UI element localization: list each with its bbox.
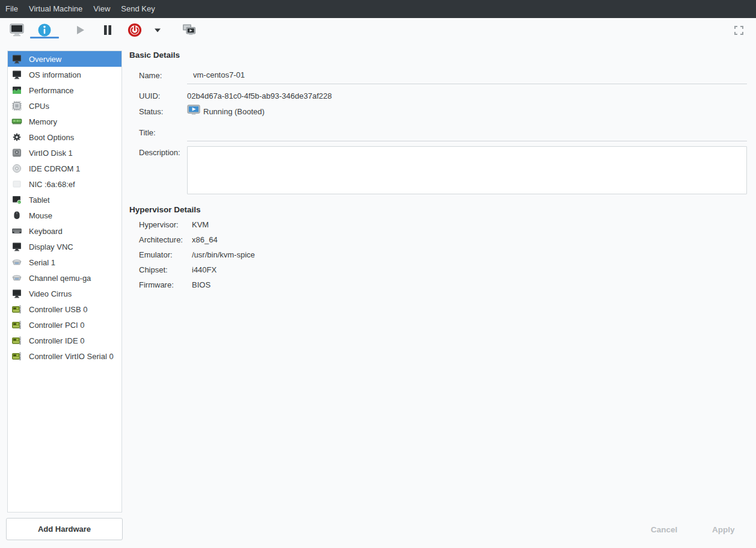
sidebar-item-controller-pci-0[interactable]: Controller PCI 0: [8, 317, 121, 333]
serial-icon: [11, 272, 22, 283]
title-label: Title:: [139, 128, 156, 138]
sidebar-item-controller-virtio-serial-0[interactable]: Controller VirtIO Serial 0: [8, 348, 121, 364]
sidebar-item-nic-6a-68-ef[interactable]: NIC :6a:68:ef: [8, 176, 121, 192]
description-input[interactable]: [187, 146, 747, 194]
sidebar-item-memory[interactable]: Memory: [8, 114, 121, 129]
hypervisor-row-label: Firmware:: [139, 280, 192, 289]
toolbar-buttons: [0, 18, 198, 42]
hypervisor-row-label: Architecture:: [139, 235, 192, 244]
controller-icon: [11, 304, 22, 315]
status-value: Running (Booted): [203, 106, 265, 117]
show-details-button[interactable]: [35, 18, 54, 42]
sidebar-item-boot-options[interactable]: Boot Options: [8, 129, 121, 145]
sidebar-item-mouse[interactable]: Mouse: [8, 208, 121, 223]
gear-icon: [11, 132, 22, 143]
sidebar-item-overview[interactable]: Overview: [8, 51, 121, 67]
serial-icon: [11, 257, 22, 268]
virtual-consoles-button[interactable]: [179, 18, 198, 42]
cdrom-icon: [11, 163, 22, 174]
toolbar: [0, 18, 756, 42]
hypervisor-row: Emulator: /usr/bin/kvm-spice: [139, 250, 255, 265]
sidebar-item-cpus[interactable]: CPUs: [8, 98, 121, 114]
status-label: Status:: [139, 106, 163, 117]
mouse-icon: [11, 210, 22, 221]
sidebar-item-display-vnc[interactable]: Display VNC: [8, 239, 121, 254]
controller-icon: [11, 351, 22, 362]
uuid-value: 02b4d67a-81c0-4f5b-ab93-346de37af228: [187, 91, 332, 102]
basic-details-title: Basic Details: [129, 51, 180, 60]
memory-icon: [11, 116, 22, 127]
fullscreen-icon: [734, 25, 744, 35]
name-label: Name:: [139, 70, 162, 81]
show-console-button[interactable]: [7, 18, 26, 42]
hypervisor-row: Architecture: x86_64: [139, 235, 255, 250]
shutdown-menu-button[interactable]: [152, 18, 164, 42]
name-input[interactable]: [187, 66, 747, 84]
monitor-icon: [11, 69, 22, 80]
hypervisor-row-value: /usr/bin/kvm-spice: [192, 250, 255, 259]
performance-icon: [11, 85, 22, 96]
sidebar-item-keyboard[interactable]: Keyboard: [8, 223, 121, 239]
description-label: Description:: [139, 147, 180, 158]
monitor-icon: [11, 241, 22, 252]
chevron-down-icon: [153, 26, 162, 34]
shutdown-button[interactable]: [125, 18, 144, 42]
hypervisor-details-title: Hypervisor Details: [129, 205, 201, 214]
monitor-icon: [11, 288, 22, 299]
keyboard-icon: [11, 226, 22, 236]
sidebar-item-video-cirrus[interactable]: Video Cirrus: [8, 286, 121, 301]
run-button[interactable]: [70, 18, 90, 42]
details-pane: Overview OS information Performance CPUs…: [0, 42, 756, 548]
cpu-icon: [11, 100, 22, 111]
console-monitor-icon: [9, 22, 25, 38]
hypervisor-row-label: Emulator:: [139, 250, 192, 259]
menu-view[interactable]: View: [88, 0, 115, 18]
sidebar-item-controller-usb-0[interactable]: Controller USB 0: [8, 301, 121, 317]
hypervisor-row: Chipset: i440FX: [139, 265, 255, 280]
screens-icon: [181, 22, 197, 38]
sidebar-item-ide-cdrom-1[interactable]: IDE CDROM 1: [8, 161, 121, 176]
hypervisor-row-label: Hypervisor:: [139, 220, 192, 229]
status-running-icon: [187, 105, 200, 115]
tablet-icon: [11, 194, 22, 205]
menu-send-key[interactable]: Send Key: [115, 0, 160, 18]
menu-file[interactable]: File: [0, 0, 23, 18]
hypervisor-row-value: BIOS: [192, 280, 211, 289]
info-icon: [37, 22, 52, 38]
disk-icon: [11, 147, 22, 158]
menubar-items: FileVirtual MachineViewSend Key: [0, 0, 161, 18]
sidebar-item-virtio-disk-1[interactable]: VirtIO Disk 1: [8, 145, 121, 161]
hypervisor-row-value: KVM: [192, 220, 209, 229]
play-icon: [72, 22, 88, 38]
hypervisor-row-label: Chipset:: [139, 265, 192, 274]
nic-icon: [11, 179, 22, 189]
cancel-button[interactable]: Cancel: [646, 522, 682, 538]
hypervisor-rows: Hypervisor: KVM Architecture: x86_64 Emu…: [139, 220, 255, 295]
pause-icon: [100, 22, 115, 38]
sidebar-item-performance[interactable]: Performance: [8, 82, 121, 98]
sidebar-item-channel-qemu-ga[interactable]: Channel qemu-ga: [8, 270, 121, 286]
monitor-icon: [11, 54, 22, 64]
fullscreen-button[interactable]: [734, 25, 744, 35]
hypervisor-row: Hypervisor: KVM: [139, 220, 255, 235]
hypervisor-row-value: x86_64: [192, 235, 218, 244]
sidebar-list: Overview OS information Performance CPUs…: [8, 51, 121, 364]
sidebar-item-controller-ide-0[interactable]: Controller IDE 0: [8, 333, 121, 348]
menu-virtual-machine[interactable]: Virtual Machine: [23, 0, 88, 18]
hypervisor-row: Firmware: BIOS: [139, 280, 255, 295]
uuid-label: UUID:: [139, 91, 160, 102]
sidebar-item-serial-1[interactable]: Serial 1: [8, 254, 121, 270]
sidebar-item-tablet[interactable]: Tablet: [8, 192, 121, 208]
menubar: FileVirtual MachineViewSend Key: [0, 0, 756, 18]
pause-button[interactable]: [98, 18, 117, 42]
sidebar-item-os-information[interactable]: OS information: [8, 67, 121, 82]
controller-icon: [11, 319, 22, 330]
hardware-list: Overview OS information Performance CPUs…: [7, 51, 122, 513]
power-icon: [127, 22, 143, 38]
controller-icon: [11, 335, 22, 346]
add-hardware-button[interactable]: Add Hardware: [6, 518, 123, 540]
title-input[interactable]: [187, 123, 747, 141]
hypervisor-row-value: i440FX: [192, 265, 217, 274]
apply-button[interactable]: Apply: [707, 522, 740, 538]
